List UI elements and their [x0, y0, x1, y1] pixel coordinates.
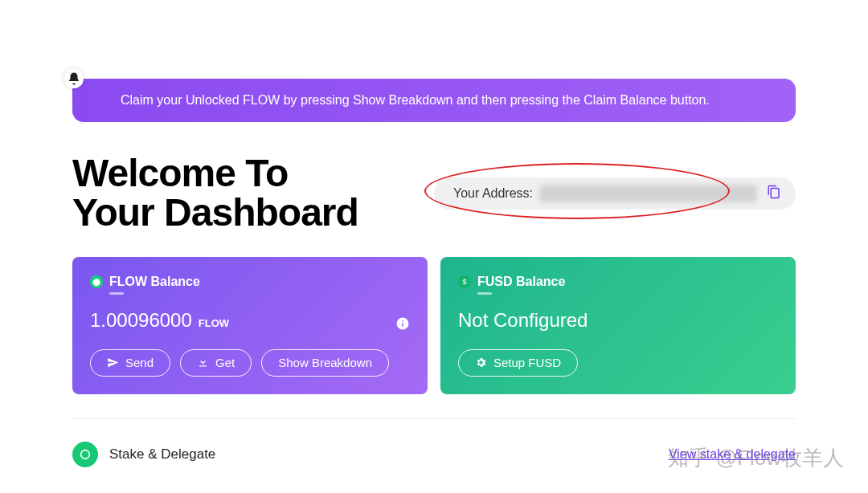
view-stake-link[interactable]: View stake & delegate — [669, 447, 796, 462]
stake-icon — [72, 442, 98, 467]
stake-title: Stake & Delegate — [109, 446, 215, 462]
address-label: Your Address: — [453, 186, 533, 201]
notification-bell-icon[interactable] — [64, 69, 84, 88]
fusd-status: Not Configured — [458, 309, 588, 332]
fusd-balance-card: $ FUSD Balance Not Configured Setup FUSD — [440, 257, 796, 394]
flow-coin-icon: ⬤ — [90, 275, 103, 288]
copy-address-icon[interactable] — [767, 185, 781, 202]
show-breakdown-button[interactable]: Show Breakdown — [261, 349, 389, 377]
claim-banner-text: Claim your Unlocked FLOW by pressing Sho… — [121, 93, 710, 108]
address-value-redacted — [539, 185, 757, 202]
flow-balance-unit: FLOW — [199, 317, 229, 329]
get-button[interactable]: Get — [180, 349, 252, 377]
claim-banner: Claim your Unlocked FLOW by pressing Sho… — [72, 79, 796, 122]
flow-card-title: FLOW Balance — [109, 275, 200, 289]
svg-point-0 — [81, 450, 90, 459]
send-button[interactable]: Send — [90, 349, 170, 377]
fusd-card-title: FUSD Balance — [477, 275, 565, 289]
address-pill: Your Address: — [434, 177, 796, 210]
flow-balance-value: 1.00096000 — [90, 309, 192, 332]
page-title: Welcome To Your Dashboard — [72, 154, 358, 233]
fusd-coin-icon: $ — [458, 275, 471, 288]
setup-fusd-button[interactable]: Setup FUSD — [458, 349, 578, 377]
flow-balance-card: ⬤ FLOW Balance 1.00096000 FLOW Send Get — [72, 257, 428, 394]
section-divider — [72, 418, 796, 419]
info-icon[interactable] — [395, 316, 410, 334]
